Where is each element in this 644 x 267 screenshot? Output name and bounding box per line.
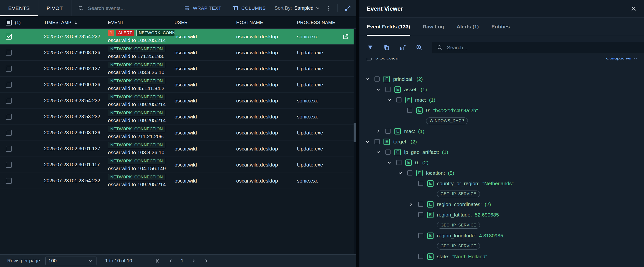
select-all-checkbox[interactable] [6, 20, 12, 25]
col-header-user[interactable]: USER [174, 20, 236, 25]
tree-node[interactable]: E asset: (1) [360, 84, 644, 95]
add-chart-icon[interactable] [399, 44, 406, 51]
table-row[interactable]: 2025-07-23T02:30:01.137 NETWORK_CONNECTI… [0, 141, 356, 157]
tree-node[interactable]: E 0: "b4:22:2b:49:3a:2b" [360, 105, 644, 116]
metadata-source-chip[interactable]: GEO_IP_SERVICE [437, 191, 480, 197]
row-checkbox[interactable] [6, 82, 12, 88]
tree-node[interactable]: E principal: (2) [360, 74, 644, 84]
tree-node[interactable]: E region_latitude: 52.690685 [360, 210, 644, 220]
scrollbar-thumb[interactable] [354, 123, 356, 142]
chevron-icon[interactable] [365, 76, 374, 82]
tree-checkbox[interactable] [386, 129, 390, 134]
copy-fields-icon[interactable] [383, 44, 390, 51]
events-search[interactable] [72, 0, 178, 16]
panel-tab[interactable]: Event Fields (133) [367, 17, 410, 36]
metadata-source-chip[interactable]: GEO_IP_SERVICE [437, 243, 480, 250]
tree-node[interactable]: E state: "North Holland" [360, 251, 644, 262]
row-checkbox[interactable] [6, 130, 12, 136]
row-checkbox[interactable] [6, 66, 12, 72]
row-checkbox[interactable] [6, 50, 12, 56]
expand-table-button[interactable] [340, 0, 356, 16]
sort-by-control[interactable]: Sort By: Sampled [271, 0, 322, 16]
current-page[interactable]: 1 [181, 258, 184, 264]
row-checkbox[interactable] [6, 162, 12, 168]
events-pivot-tab[interactable]: PIVOT [38, 0, 72, 16]
table-row[interactable]: 2025-07-23T03:28:53.232 NETWORK_CONNECTI… [0, 109, 356, 125]
tree-checkbox[interactable] [418, 254, 423, 259]
field-value[interactable]: "Netherlands" [482, 181, 514, 186]
table-row[interactable]: 2025-07-23T02:30:01.117 NETWORK_CONNECTI… [0, 157, 356, 173]
event-type-chip[interactable]: NETWORK_CONNECTION [108, 62, 165, 68]
udm-lens-icon[interactable] [416, 44, 422, 51]
chevron-icon[interactable] [376, 87, 386, 92]
filter-icon[interactable] [367, 44, 374, 51]
alert-chip[interactable]: ALERT [116, 30, 134, 36]
col-header-event[interactable]: EVENT [108, 20, 174, 25]
chevron-icon[interactable] [408, 202, 418, 207]
row-checkbox[interactable] [6, 146, 12, 152]
row-checkbox[interactable] [6, 98, 12, 104]
chevron-icon[interactable] [376, 150, 386, 155]
event-type-chip[interactable]: NETWORK_CONNECTION [108, 46, 165, 52]
tree-node[interactable]: E region_longitude: 4.8180985 [360, 230, 644, 241]
field-value[interactable]: "b4:22:2b:49:3a:2b" [433, 108, 478, 113]
panel-tab[interactable]: Alerts (1) [457, 17, 479, 36]
wrap-text-button[interactable]: WRAP TEXT [178, 0, 227, 16]
table-row[interactable]: 2025-07-23T02:30:03.126 NETWORK_CONNECTI… [0, 125, 356, 141]
tree-checkbox[interactable] [386, 87, 390, 92]
tree-node[interactable]: E 0: (2) [360, 157, 644, 168]
event-type-chip[interactable]: NETWORK_CONNECTION [108, 110, 165, 116]
metadata-source-chip[interactable]: WINDOWS_DHCP [426, 117, 468, 124]
tree-node[interactable]: E location: (5) [360, 168, 644, 178]
event-type-chip[interactable]: NETWORK_CONNECTION [108, 78, 165, 84]
table-row[interactable]: 2025-07-23T01:28:54.232 NETWORK_CONNECTI… [0, 173, 356, 189]
columns-button[interactable]: COLUMNS [227, 0, 271, 16]
col-header-timestamp[interactable]: TIMESTAMP [39, 20, 108, 25]
events-search-input[interactable] [88, 5, 176, 11]
tree-node[interactable]: E ip_geo_artifact: (1) [360, 147, 644, 157]
row-checkbox[interactable] [6, 178, 12, 184]
event-type-chip[interactable]: NETWORK_CONNECTION [136, 30, 174, 36]
fields-search[interactable] [432, 42, 644, 53]
first-page-button[interactable] [154, 258, 160, 264]
tree-checkbox[interactable] [386, 150, 390, 155]
tree-checkbox[interactable] [407, 170, 412, 176]
rows-per-page-select[interactable]: 100 [46, 257, 96, 265]
tree-node[interactable]: E target: (2) [360, 136, 644, 147]
tree-checkbox[interactable] [396, 97, 402, 102]
chevron-icon[interactable] [365, 139, 374, 144]
tree-node[interactable]: E mac: (1) [360, 95, 644, 105]
tree-checkbox[interactable] [374, 139, 380, 144]
tree-checkbox[interactable] [374, 76, 380, 82]
row-checkbox[interactable] [6, 34, 12, 39]
table-scrollbar[interactable] [354, 29, 356, 254]
table-row[interactable]: 2025-07-23T08:28:54.232 1 ALERT NETWORK_… [0, 29, 356, 45]
chevron-icon[interactable] [398, 170, 407, 176]
row-checkbox[interactable] [6, 114, 12, 120]
panel-tab[interactable]: Raw Log [423, 17, 444, 36]
chevron-icon[interactable] [387, 160, 396, 165]
event-type-chip[interactable]: NETWORK_CONNECTION [108, 142, 165, 148]
chevron-icon[interactable] [376, 129, 386, 134]
event-type-chip[interactable]: NETWORK_CONNECTION [108, 158, 165, 164]
col-header-hostname[interactable]: HOSTNAME [236, 20, 297, 25]
tree-checkbox[interactable] [418, 202, 423, 207]
col-header-process[interactable]: PROCESS NAME [297, 20, 338, 25]
field-value[interactable]: 4.8180985 [479, 233, 503, 239]
event-type-chip[interactable]: NETWORK_CONNECTION [108, 94, 165, 100]
prev-page-button[interactable] [168, 258, 174, 264]
more-options-button[interactable] [322, 0, 334, 16]
tree-node[interactable]: E mac: (1) [360, 126, 644, 136]
open-event-icon[interactable] [342, 33, 350, 40]
panel-divider[interactable] [356, 0, 360, 267]
next-page-button[interactable] [191, 258, 196, 264]
event-type-chip[interactable]: NETWORK_CONNECTION [108, 174, 165, 180]
tree-node[interactable]: E region_coordinates: (2) [360, 199, 644, 210]
table-row[interactable]: 2025-07-23T07:30:08.126 NETWORK_CONNECTI… [0, 45, 356, 61]
tree-node[interactable]: E country_or_region: "Netherlands" [360, 178, 644, 189]
panel-tab[interactable]: Entities [492, 17, 510, 36]
field-value[interactable]: 52.690685 [475, 212, 499, 218]
select-all-fields-checkbox[interactable] [367, 58, 372, 60]
events-pivot-tab[interactable]: EVENTS [0, 0, 38, 16]
fields-search-input[interactable] [446, 44, 640, 51]
